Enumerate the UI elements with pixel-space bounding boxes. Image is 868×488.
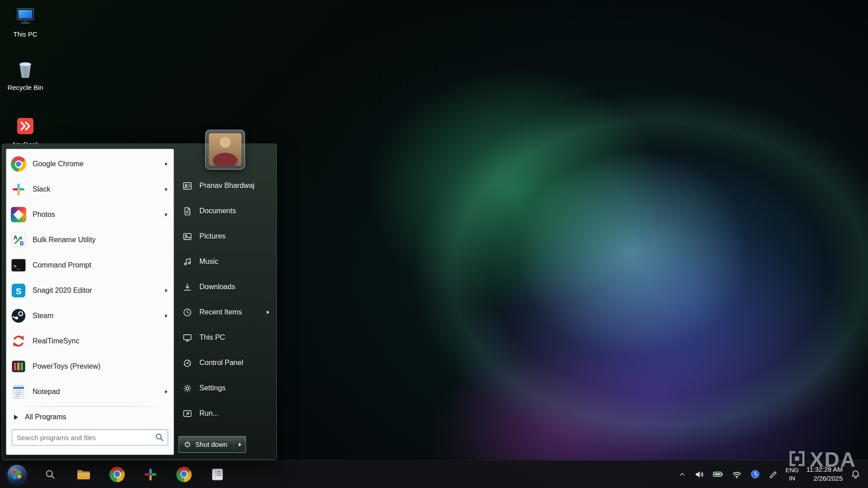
taskbar-chrome-button[interactable] (100, 460, 134, 488)
start-menu-item-run[interactable]: Run... (174, 401, 276, 426)
menu-item-label: Snagit 2020 Editor (33, 286, 92, 295)
realtimesync-icon (10, 333, 27, 350)
all-programs-button[interactable]: All Programs (6, 408, 174, 427)
start-menu-item-control-panel[interactable]: Control Panel (174, 350, 276, 375)
slack-icon (10, 181, 27, 198)
clock-tray-icon[interactable] (750, 469, 760, 479)
submenu-arrow-icon (165, 314, 168, 318)
start-menu-item-slack[interactable]: Slack (6, 177, 174, 202)
google-chrome-icon (109, 467, 125, 482)
taskbar-slack-button[interactable] (134, 460, 167, 488)
user-name-label: Pranav Bhardwaj (199, 182, 255, 190)
taskbar-journal-app-button[interactable] (201, 460, 234, 488)
place-item-label: This PC (199, 333, 225, 342)
taskbar-app-buttons (0, 460, 234, 488)
menu-item-label: Slack (33, 185, 50, 193)
hidden-icons-chevron[interactable] (678, 470, 686, 479)
place-item-label: Pictures (199, 232, 226, 240)
submenu-arrow-icon (165, 162, 168, 166)
xda-watermark: XDA (788, 447, 856, 472)
submenu-arrow-icon (165, 288, 168, 293)
taskbar: ENG IN 11:32:28 AM 2/26/2025 (0, 460, 868, 488)
menu-item-label: Steam (33, 312, 53, 320)
start-menu-item-notepad[interactable]: Notepad (6, 379, 174, 404)
photos-icon (10, 206, 27, 223)
steam-icon (10, 307, 27, 324)
start-menu-item-settings[interactable]: Settings (174, 375, 276, 401)
music-icon (182, 257, 193, 267)
submenu-arrow-icon (165, 212, 168, 217)
start-menu-item-this-pc[interactable]: This PC (174, 325, 276, 350)
start-menu-item-music[interactable]: Music (174, 249, 276, 274)
volume-icon[interactable] (694, 469, 705, 480)
language-line2: IN (785, 474, 798, 483)
start-menu-item-google-chrome[interactable]: Google Chrome (6, 151, 174, 177)
place-item-label: Downloads (199, 283, 235, 291)
run-icon (182, 408, 193, 419)
start-menu-item-downloads[interactable]: Downloads (174, 274, 276, 300)
place-item-label: Recent Items (199, 308, 242, 316)
start-search-box (12, 429, 168, 446)
menu-item-label: Notepad (33, 388, 60, 396)
battery-icon[interactable] (712, 469, 724, 480)
shutdown-button[interactable]: Shut down (179, 436, 234, 453)
search-icon (44, 468, 57, 481)
desktop-icon-label: Recycle Bin (7, 84, 43, 91)
start-menu-item-pictures[interactable]: Pictures (174, 224, 276, 249)
start-menu-item-powertoys[interactable]: PowerToys (Preview) (6, 354, 174, 379)
user-avatar[interactable] (205, 130, 245, 169)
windows-start-orb-icon (8, 465, 26, 483)
all-programs-label: All Programs (25, 413, 66, 421)
taskbar-chrome-button-2[interactable] (167, 460, 201, 488)
taskbar-file-explorer-button[interactable] (67, 460, 100, 488)
xda-watermark-text: XDA (810, 447, 856, 472)
desktop-icon-recycle-bin[interactable]: Recycle Bin (4, 59, 47, 91)
start-menu-item-steam[interactable]: Steam (6, 303, 174, 328)
start-menu: Google Chrome Slack Photos (2, 144, 277, 460)
menu-item-label: Google Chrome (33, 160, 84, 168)
place-item-label: Control Panel (199, 359, 243, 367)
start-menu-item-realtimesync[interactable]: RealTimeSync (6, 328, 174, 354)
pen-icon[interactable] (768, 469, 778, 479)
menu-item-label: Command Prompt (33, 261, 91, 269)
monitor-icon (182, 333, 193, 343)
bulk-rename-utility-icon: A B (10, 231, 27, 249)
start-menu-item-recent-items[interactable]: Recent Items (174, 300, 276, 325)
search-icon[interactable] (155, 432, 165, 442)
start-menu-item-documents[interactable]: Documents (174, 198, 276, 224)
place-item-label: Run... (199, 409, 219, 418)
snagit-icon: S (10, 282, 27, 299)
downloads-icon (182, 282, 193, 292)
tray-date: 2/26/2025 (807, 474, 843, 483)
start-menu-places-panel: Pranav Bhardwaj Documents Pictures Music (174, 144, 276, 460)
wifi-icon[interactable] (731, 469, 742, 480)
anydesk-icon (15, 116, 36, 138)
start-menu-item-bulk-rename-utility[interactable]: A B Bulk Rename Utility (6, 227, 174, 253)
submenu-arrow-icon (165, 389, 168, 394)
taskbar-search-button[interactable] (33, 460, 67, 488)
pinned-programs-list: Google Chrome Slack Photos (6, 149, 174, 404)
start-menu-item-photos[interactable]: Photos (6, 202, 174, 227)
recent-items-icon (182, 307, 193, 318)
pictures-icon (182, 231, 193, 242)
start-button[interactable] (0, 460, 33, 488)
start-menu-user-link[interactable]: Pranav Bhardwaj (174, 173, 276, 198)
shutdown-options-arrow[interactable] (234, 436, 246, 453)
slack-icon (144, 468, 157, 481)
file-explorer-icon (76, 467, 91, 482)
control-panel-icon (182, 358, 193, 368)
menu-item-label: Bulk Rename Utility (33, 236, 96, 244)
user-avatar-photo (209, 133, 241, 166)
start-menu-item-snagit-editor[interactable]: S Snagit 2020 Editor (6, 278, 174, 303)
start-menu-item-command-prompt[interactable]: >_ Command Prompt (6, 253, 174, 278)
menu-item-label: Photos (33, 211, 55, 219)
power-icon (184, 441, 191, 448)
place-item-label: Documents (199, 207, 236, 215)
svg-text:A: A (14, 235, 18, 241)
place-item-label: Music (199, 258, 218, 266)
start-search-input[interactable] (12, 429, 168, 446)
documents-icon (182, 206, 193, 216)
command-prompt-icon: >_ (10, 257, 27, 274)
desktop-icon-this-pc[interactable]: This PC (4, 5, 47, 38)
svg-text:S: S (16, 286, 22, 296)
